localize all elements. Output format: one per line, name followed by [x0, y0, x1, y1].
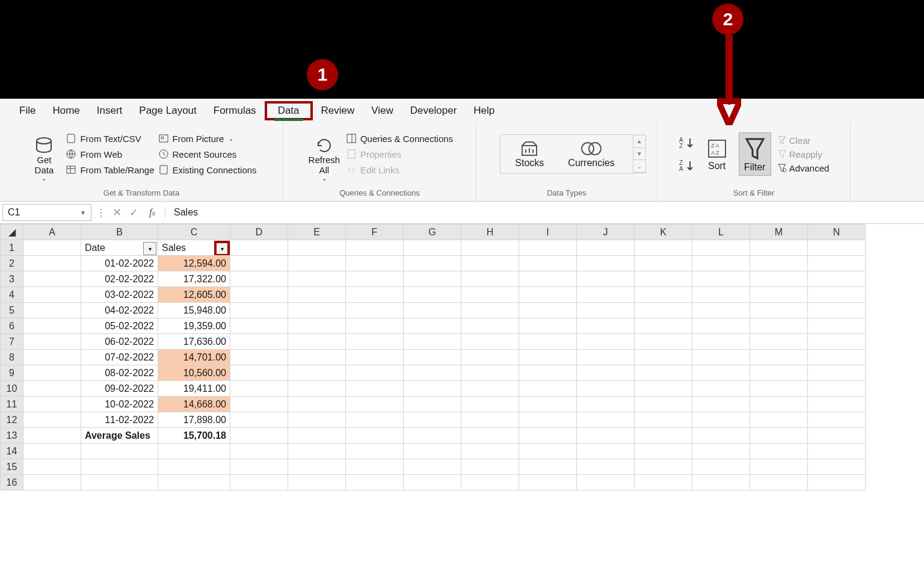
cell-date-header[interactable]: Date ▾: [81, 240, 158, 256]
cell[interactable]: [519, 350, 577, 365]
tab-home[interactable]: Home: [44, 101, 88, 120]
cell-date[interactable]: 04-02-2022: [81, 303, 158, 318]
cell[interactable]: [577, 381, 635, 397]
cell[interactable]: [635, 287, 692, 303]
cell[interactable]: [23, 287, 81, 303]
cell[interactable]: [519, 475, 577, 491]
cell[interactable]: [750, 428, 808, 444]
cell-date[interactable]: 02-02-2022: [81, 271, 158, 287]
cell[interactable]: [461, 240, 519, 256]
cell[interactable]: [346, 334, 404, 350]
cell[interactable]: [461, 287, 519, 303]
cell[interactable]: [230, 397, 288, 412]
cell[interactable]: [404, 240, 461, 256]
cell[interactable]: [635, 397, 692, 412]
row-header[interactable]: 2: [1, 256, 23, 271]
cell-sales[interactable]: 19,359.00: [158, 318, 230, 334]
cell-sales-header[interactable]: Sales ▾: [158, 240, 230, 256]
cell[interactable]: [635, 365, 692, 381]
cell[interactable]: [692, 365, 750, 381]
cell[interactable]: [577, 397, 635, 412]
cell[interactable]: [288, 240, 346, 256]
cell[interactable]: [519, 381, 577, 397]
row-header[interactable]: 3: [1, 271, 23, 287]
cell[interactable]: [519, 240, 577, 256]
cell-date[interactable]: 11-02-2022: [81, 412, 158, 428]
cell[interactable]: [808, 397, 866, 412]
tab-formulas[interactable]: Formulas: [205, 101, 265, 120]
cell[interactable]: [230, 365, 288, 381]
cell[interactable]: [404, 271, 461, 287]
col-header-A[interactable]: A: [23, 224, 81, 240]
col-header-D[interactable]: D: [230, 224, 288, 240]
col-header-B[interactable]: B: [81, 224, 158, 240]
cell[interactable]: [577, 287, 635, 303]
cell[interactable]: [519, 412, 577, 428]
cell[interactable]: [808, 303, 866, 318]
cell[interactable]: [808, 287, 866, 303]
cell[interactable]: [635, 256, 692, 271]
filter-dropdown-date[interactable]: ▾: [143, 242, 156, 255]
cell[interactable]: [230, 428, 288, 444]
cell-date[interactable]: 03-02-2022: [81, 287, 158, 303]
cell[interactable]: [288, 334, 346, 350]
cell[interactable]: [404, 475, 461, 491]
row-header[interactable]: 4: [1, 287, 23, 303]
row-header[interactable]: 11: [1, 397, 23, 412]
formula-input[interactable]: Sales: [165, 207, 924, 218]
cell[interactable]: [750, 381, 808, 397]
row-header[interactable]: 6: [1, 318, 23, 334]
cell[interactable]: [23, 365, 81, 381]
cell[interactable]: [461, 459, 519, 475]
row-header[interactable]: 16: [1, 475, 23, 491]
cell-sales[interactable]: 12,605.00: [158, 287, 230, 303]
cell[interactable]: [288, 350, 346, 365]
cell[interactable]: [346, 365, 404, 381]
cell[interactable]: [461, 444, 519, 459]
col-header-L[interactable]: L: [692, 224, 750, 240]
cell[interactable]: [288, 444, 346, 459]
cell[interactable]: [808, 412, 866, 428]
cell[interactable]: [461, 350, 519, 365]
cell[interactable]: [750, 412, 808, 428]
cell[interactable]: [81, 475, 158, 491]
sort-button[interactable]: Z AA Z Sort: [701, 134, 733, 174]
from-web-button[interactable]: From Web: [66, 149, 154, 159]
cell[interactable]: [288, 365, 346, 381]
cell[interactable]: [519, 428, 577, 444]
cell[interactable]: [808, 350, 866, 365]
tab-view[interactable]: View: [363, 101, 402, 120]
cell[interactable]: [692, 334, 750, 350]
cell[interactable]: [692, 350, 750, 365]
cell-sales[interactable]: 17,636.00: [158, 334, 230, 350]
cell[interactable]: [808, 475, 866, 491]
tab-review[interactable]: Review: [313, 101, 363, 120]
cell[interactable]: [346, 397, 404, 412]
cell[interactable]: [23, 350, 81, 365]
refresh-all-button[interactable]: Refresh All ⌄: [306, 126, 342, 182]
col-header-K[interactable]: K: [635, 224, 692, 240]
cell[interactable]: [519, 303, 577, 318]
cell[interactable]: [23, 428, 81, 444]
cell[interactable]: [577, 240, 635, 256]
cell[interactable]: [577, 318, 635, 334]
cell[interactable]: [404, 350, 461, 365]
cell[interactable]: [750, 271, 808, 287]
cell[interactable]: [808, 459, 866, 475]
cell[interactable]: [461, 397, 519, 412]
col-header-J[interactable]: J: [577, 224, 635, 240]
row-header[interactable]: 12: [1, 412, 23, 428]
cell[interactable]: [635, 303, 692, 318]
cell[interactable]: [230, 256, 288, 271]
cell[interactable]: [635, 318, 692, 334]
cell[interactable]: [461, 365, 519, 381]
cell[interactable]: [230, 459, 288, 475]
tab-insert[interactable]: Insert: [88, 101, 131, 120]
cell[interactable]: [23, 271, 81, 287]
cell[interactable]: [404, 397, 461, 412]
cell[interactable]: [230, 381, 288, 397]
cell[interactable]: [288, 428, 346, 444]
cell[interactable]: [404, 412, 461, 428]
select-all-corner[interactable]: ◢: [1, 224, 23, 240]
cell[interactable]: [519, 271, 577, 287]
